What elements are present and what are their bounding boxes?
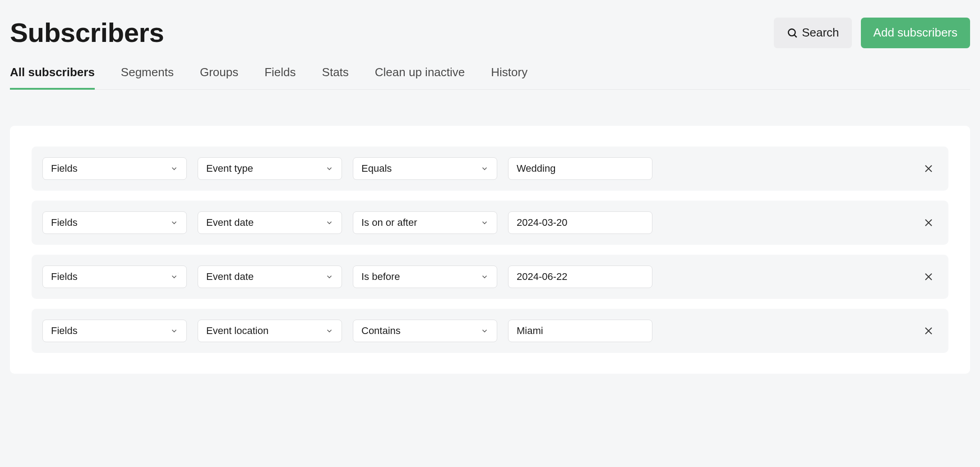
close-icon xyxy=(923,163,934,174)
tab-label: Groups xyxy=(200,65,238,79)
chevron-down-icon xyxy=(170,273,178,281)
filter-field-select[interactable]: Event type xyxy=(198,157,342,180)
header-actions: Search Add subscribers xyxy=(774,18,970,48)
chevron-down-icon xyxy=(170,327,178,335)
chevron-down-icon xyxy=(325,165,333,173)
filter-field-select[interactable]: Event location xyxy=(198,320,342,342)
filter-value-input[interactable]: 2024-06-22 xyxy=(508,266,652,288)
select-value: Equals xyxy=(361,163,392,174)
select-value: Fields xyxy=(51,217,78,229)
page-title: Subscribers xyxy=(10,17,164,48)
tab-label: Fields xyxy=(264,65,296,79)
filter-operator-select[interactable]: Is before xyxy=(353,266,497,288)
chevron-down-icon xyxy=(170,165,178,173)
tab-stats[interactable]: Stats xyxy=(322,65,349,89)
remove-filter-button[interactable] xyxy=(920,160,938,178)
chevron-down-icon xyxy=(481,165,489,173)
select-value: Fields xyxy=(51,325,78,337)
tab-cleanup-inactive[interactable]: Clean up inactive xyxy=(375,65,465,89)
select-value: Event type xyxy=(206,163,253,174)
tab-label: Clean up inactive xyxy=(375,65,465,79)
tab-label: Segments xyxy=(121,65,174,79)
filter-operator-select[interactable]: Is on or after xyxy=(353,211,497,234)
select-value: Fields xyxy=(51,163,78,174)
remove-filter-button[interactable] xyxy=(920,322,938,340)
tab-label: Stats xyxy=(322,65,349,79)
chevron-down-icon xyxy=(481,273,489,281)
svg-line-1 xyxy=(795,35,797,37)
remove-filter-button[interactable] xyxy=(920,268,938,286)
close-icon xyxy=(923,217,934,228)
search-icon xyxy=(786,27,798,39)
search-button-label: Search xyxy=(802,26,839,40)
filter-field-select[interactable]: Event date xyxy=(198,211,342,234)
filter-category-select[interactable]: Fields xyxy=(42,266,187,288)
tab-groups[interactable]: Groups xyxy=(200,65,238,89)
chevron-down-icon xyxy=(481,327,489,335)
filter-row: Fields Event date Is before 2024-06-22 xyxy=(32,255,948,299)
filter-field-select[interactable]: Event date xyxy=(198,266,342,288)
filter-value-input[interactable]: Miami xyxy=(508,320,652,342)
select-value: Contains xyxy=(361,325,401,337)
chevron-down-icon xyxy=(325,327,333,335)
tab-fields[interactable]: Fields xyxy=(264,65,296,89)
filter-value-input[interactable]: 2024-03-20 xyxy=(508,211,652,234)
add-subscribers-button[interactable]: Add subscribers xyxy=(861,18,970,48)
chevron-down-icon xyxy=(325,219,333,227)
page-header: Subscribers Search Add subscribers xyxy=(10,0,970,53)
select-value: Is before xyxy=(361,271,400,283)
tabs-nav: All subscribers Segments Groups Fields S… xyxy=(10,65,970,90)
tab-segments[interactable]: Segments xyxy=(121,65,174,89)
close-icon xyxy=(923,271,934,282)
filter-category-select[interactable]: Fields xyxy=(42,157,187,180)
input-value: 2024-03-20 xyxy=(517,217,568,229)
svg-point-0 xyxy=(789,29,795,36)
select-value: Is on or after xyxy=(361,217,417,229)
input-value: Wedding xyxy=(517,163,555,174)
filter-category-select[interactable]: Fields xyxy=(42,211,187,234)
search-button[interactable]: Search xyxy=(774,18,851,48)
tab-label: All subscribers xyxy=(10,65,95,79)
tab-label: History xyxy=(491,65,527,79)
select-value: Event location xyxy=(206,325,268,337)
filter-value-input[interactable]: Wedding xyxy=(508,157,652,180)
filter-row: Fields Event date Is on or after 2024-03… xyxy=(32,201,948,245)
filter-row: Fields Event location Contains Miami xyxy=(32,309,948,353)
remove-filter-button[interactable] xyxy=(920,214,938,232)
filter-operator-select[interactable]: Contains xyxy=(353,320,497,342)
chevron-down-icon xyxy=(325,273,333,281)
add-subscribers-label: Add subscribers xyxy=(874,26,957,40)
tab-all-subscribers[interactable]: All subscribers xyxy=(10,65,95,89)
input-value: 2024-06-22 xyxy=(517,271,568,283)
filter-category-select[interactable]: Fields xyxy=(42,320,187,342)
filter-panel: Fields Event type Equals Wedding Fields xyxy=(10,126,970,374)
filter-operator-select[interactable]: Equals xyxy=(353,157,497,180)
close-icon xyxy=(923,325,934,336)
select-value: Event date xyxy=(206,271,254,283)
tab-history[interactable]: History xyxy=(491,65,527,89)
select-value: Fields xyxy=(51,271,78,283)
select-value: Event date xyxy=(206,217,254,229)
input-value: Miami xyxy=(517,325,543,337)
chevron-down-icon xyxy=(170,219,178,227)
chevron-down-icon xyxy=(481,219,489,227)
filter-row: Fields Event type Equals Wedding xyxy=(32,147,948,191)
